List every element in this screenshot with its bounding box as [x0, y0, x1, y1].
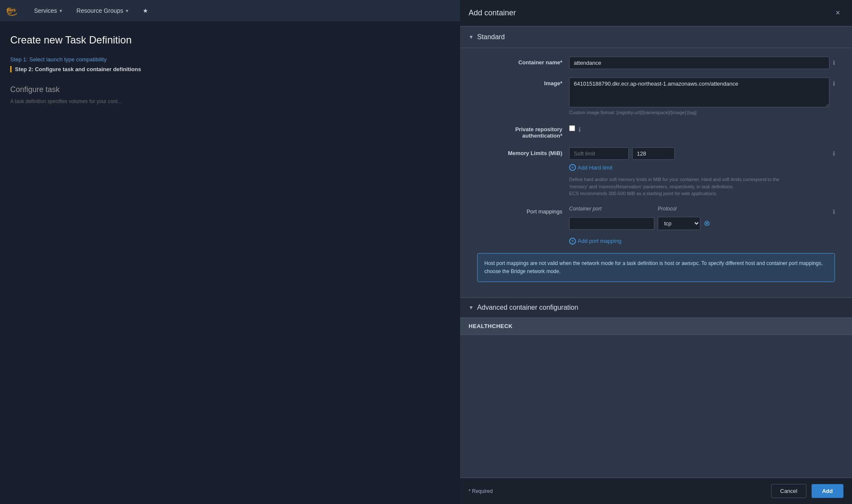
star-icon: ★ — [143, 7, 148, 14]
container-name-label: Container name* — [477, 57, 562, 66]
memory-info-icon[interactable]: ℹ — [833, 147, 835, 157]
memory-inputs — [569, 147, 829, 160]
resource-groups-label: Resource Groups — [77, 7, 124, 14]
hard-limit-value-input[interactable] — [632, 147, 675, 160]
required-note: * Required — [469, 488, 493, 494]
form-body: Container name* ℹ Image* 641015188790.dk… — [460, 48, 852, 297]
healthcheck-label: HEALTHCHECK — [469, 323, 512, 329]
resource-groups-nav[interactable]: Resource Groups ▼ — [73, 6, 133, 16]
step1-item[interactable]: Step 1: Select launch type compatibility — [10, 56, 194, 63]
private-repo-info-icon[interactable]: ℹ — [579, 124, 581, 133]
services-nav[interactable]: Services ▼ — [31, 6, 66, 16]
advanced-section-header[interactable]: ▼ Advanced container configuration — [460, 297, 852, 318]
cancel-button[interactable]: Cancel — [771, 484, 806, 498]
modal-header: Add container × — [460, 0, 852, 26]
private-repo-control: ℹ — [569, 124, 835, 133]
port-mappings-wrap: Container port Protocol tcp udp ⊗ — [569, 206, 829, 245]
footer-buttons: Cancel Add — [771, 484, 843, 498]
bookmarks-nav[interactable]: ★ — [139, 6, 152, 16]
add-hard-limit-plus-icon: + — [569, 164, 576, 171]
page-title: Create new Task Definition — [10, 34, 194, 46]
step2-label: Step 2: Configure task and container def… — [15, 66, 141, 72]
modal-footer: * Required Cancel Add — [460, 478, 852, 504]
standard-toggle[interactable]: ▼ — [469, 34, 474, 40]
container-port-input[interactable] — [569, 217, 654, 230]
standard-section-header: ▼ Standard — [460, 26, 852, 48]
memory-desc-line2: 'memory' and 'memoryReservation' paramet… — [569, 184, 734, 189]
memory-limits-label: Memory Limits (MiB) — [477, 147, 562, 156]
delete-port-mapping-button[interactable]: ⊗ — [704, 219, 710, 228]
circle-remove-icon: ⊗ — [704, 219, 710, 228]
memory-desc-line1: Define hard and/or soft memory limits in… — [569, 177, 779, 182]
modal-title: Add container — [469, 9, 516, 17]
configure-title: Configure task — [10, 85, 194, 94]
services-label: Services — [34, 7, 57, 14]
image-wrap: 641015188790.dkr.ecr.ap-northeast-1.amaz… — [569, 78, 829, 115]
add-hard-limit-label: Add Hard limit — [578, 164, 613, 171]
memory-limits-control: + Add Hard limit Define hard and/or soft… — [569, 147, 835, 197]
standard-section-title: Standard — [477, 33, 505, 41]
add-container-modal: Add container × ▼ Standard Container nam… — [460, 0, 852, 504]
container-name-row: Container name* ℹ — [477, 57, 835, 69]
port-mapping-row: tcp udp ⊗ — [569, 217, 829, 230]
modal-body: ▼ Standard Container name* ℹ Image* — [460, 26, 852, 478]
private-repo-row: Private repository authentication* ℹ — [477, 124, 835, 139]
private-repo-label: Private repository authentication* — [477, 124, 562, 139]
image-label: Image* — [477, 78, 562, 86]
image-input[interactable]: 641015188790.dkr.ecr.ap-northeast-1.amaz… — [569, 78, 829, 107]
container-name-wrap — [569, 57, 829, 69]
container-name-info-icon[interactable]: ℹ — [833, 57, 835, 66]
port-info-box: Host port mappings are not valid when th… — [477, 253, 835, 282]
healthcheck-bar[interactable]: HEALTHCHECK — [460, 318, 852, 335]
add-button[interactable]: Add — [812, 484, 843, 498]
configure-section: Configure task A task definition specifi… — [10, 85, 194, 105]
soft-limit-input[interactable] — [569, 147, 629, 160]
services-chevron: ▼ — [59, 9, 63, 13]
protocol-col-label: Protocol — [658, 206, 709, 212]
sidebar: Create new Task Definition Step 1: Selec… — [0, 21, 204, 504]
image-row: Image* 641015188790.dkr.ecr.ap-northeast… — [477, 78, 835, 115]
resource-groups-chevron: ▼ — [125, 9, 129, 13]
step2-item: Step 2: Configure task and container def… — [10, 66, 194, 72]
modal-close-button[interactable]: × — [832, 7, 843, 19]
private-repo-checkbox[interactable] — [569, 125, 575, 131]
container-name-control: ℹ — [569, 57, 835, 69]
port-info-text: Host port mappings are not valid when th… — [484, 260, 823, 274]
memory-limits-row: Memory Limits (MiB) + Add Hard limit Def… — [477, 147, 835, 197]
port-mappings-control: Container port Protocol tcp udp ⊗ — [569, 206, 835, 245]
memory-desc: Define hard and/or soft memory limits in… — [569, 176, 829, 197]
aws-logo: aws — [7, 4, 24, 17]
port-info-icon[interactable]: ℹ — [833, 206, 835, 215]
step1-label: Step 1: Select launch type compatibility — [10, 56, 106, 63]
add-port-mapping-link[interactable]: + Add port mapping — [569, 238, 829, 245]
port-mappings-label: Port mappings — [477, 206, 562, 215]
advanced-section-title: Advanced container configuration — [477, 304, 579, 311]
container-name-input[interactable] — [569, 57, 829, 69]
port-header: Container port Protocol — [569, 206, 829, 212]
add-hard-limit-link[interactable]: + Add Hard limit — [569, 164, 829, 171]
memory-limits-wrap: + Add Hard limit Define hard and/or soft… — [569, 147, 829, 197]
image-info-icon[interactable]: ℹ — [833, 78, 835, 87]
configure-desc: A task definition specifies volumes for … — [10, 98, 194, 105]
container-port-col-label: Container port — [569, 206, 654, 212]
image-control: 641015188790.dkr.ecr.ap-northeast-1.amaz… — [569, 78, 835, 115]
protocol-select[interactable]: tcp udp — [658, 217, 700, 230]
private-repo-wrap — [569, 124, 575, 131]
add-port-plus-icon: + — [569, 238, 576, 245]
port-mappings-row: Port mappings Container port Protocol tc… — [477, 206, 835, 245]
advanced-toggle[interactable]: ▼ — [469, 305, 474, 311]
svg-text:aws: aws — [7, 7, 16, 12]
image-hint: Custom image format: [registry-url]/[nam… — [569, 110, 829, 115]
memory-desc-line3: ECS recommends 300-500 MiB as a starting… — [569, 191, 717, 196]
add-port-mapping-label: Add port mapping — [578, 238, 622, 244]
